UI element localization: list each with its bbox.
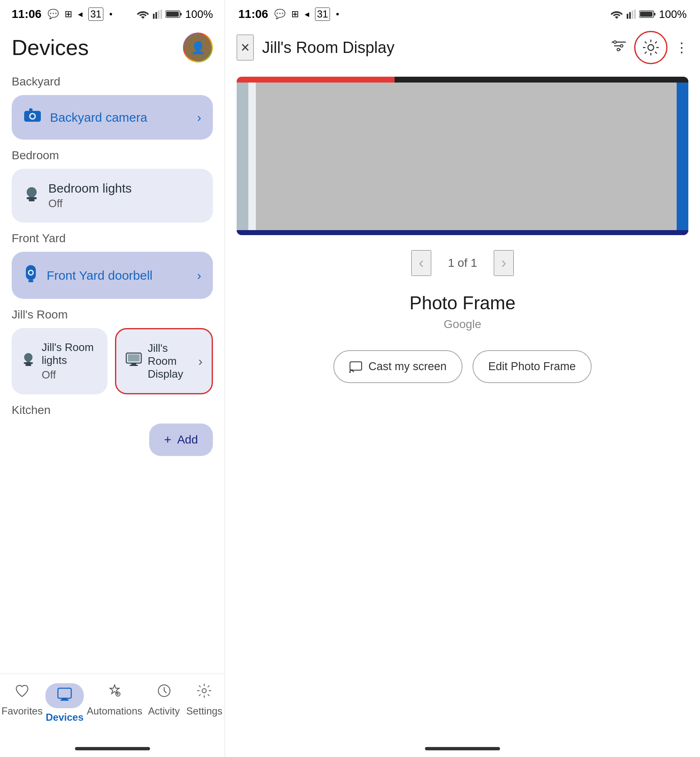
svg-point-45 <box>349 371 351 373</box>
nav-favorites[interactable]: Favorites <box>1 683 42 717</box>
jills-lights-status: Off <box>42 368 98 381</box>
section-kitchen: Kitchen <box>12 404 213 417</box>
doorbell-icon <box>23 264 38 286</box>
right-status-bar: 11:06 💬 ⊞ ◂ 31 • 100% <box>225 0 700 25</box>
svg-rect-44 <box>350 362 362 370</box>
jills-display-chevron: › <box>198 354 202 368</box>
devices-nav-bg <box>45 683 84 708</box>
device-image-bg <box>237 77 688 235</box>
svg-rect-24 <box>60 690 70 696</box>
right-time: 11:06 <box>238 8 268 21</box>
svg-rect-0 <box>153 14 155 19</box>
section-jillsroom: Jill's Room <box>12 308 213 321</box>
detail-header: × Jill's Room Display ⋮ <box>225 25 700 70</box>
cast-my-screen-button[interactable]: Cast my screen <box>333 350 462 383</box>
cast-icon <box>349 361 362 373</box>
section-frontyard: Front Yard <box>12 232 213 245</box>
svg-rect-31 <box>629 12 631 19</box>
battery-icon <box>165 10 182 18</box>
nav-automations[interactable]: Automations <box>87 683 142 717</box>
svg-rect-21 <box>131 363 136 365</box>
svg-rect-11 <box>27 197 37 199</box>
right-spacer <box>225 396 700 740</box>
favorites-label: Favorites <box>1 705 42 717</box>
frontyard-doorbell-card[interactable]: Front Yard doorbell › <box>12 252 213 299</box>
right-battery-icon <box>639 10 656 18</box>
jills-light-icon <box>21 352 36 371</box>
detail-device-name: Photo Frame <box>225 284 700 318</box>
svg-point-40 <box>614 41 616 43</box>
svg-rect-26 <box>60 699 69 701</box>
edit-photo-frame-button[interactable]: Edit Photo Frame <box>472 350 592 383</box>
svg-rect-36 <box>640 12 652 17</box>
svg-rect-17 <box>24 362 33 364</box>
backyard-camera-chevron: › <box>197 110 201 125</box>
signal-icon <box>153 10 162 19</box>
section-bedroom: Bedroom <box>12 149 213 162</box>
nav-settings[interactable]: Settings <box>185 683 223 717</box>
backyard-camera-card[interactable]: Backyard camera › <box>12 95 213 140</box>
right-battery-percent: 100% <box>659 8 687 21</box>
svg-point-29 <box>202 689 206 693</box>
prev-page-button[interactable]: ‹ <box>411 250 431 276</box>
bedroom-light-icon <box>23 185 40 206</box>
jills-display-info: Jill's Room Display <box>148 342 193 381</box>
settings-gear-button[interactable] <box>634 31 668 64</box>
jills-room-lights-card[interactable]: Jill's Room lights Off <box>12 328 108 394</box>
jills-lights-name: Jill's Room lights <box>42 341 98 367</box>
edit-photo-frame-label: Edit Photo Frame <box>488 360 576 373</box>
close-button[interactable]: × <box>237 35 254 60</box>
left-time: 11:06 <box>12 8 42 21</box>
devices-label: Devices <box>46 712 84 723</box>
more-options-button[interactable]: ⋮ <box>675 40 688 55</box>
right-dot-icon: • <box>336 9 339 20</box>
filter-icon[interactable] <box>611 39 627 56</box>
add-button[interactable]: + Add <box>149 424 213 456</box>
svg-rect-22 <box>130 365 138 366</box>
svg-point-42 <box>617 48 620 51</box>
right-calendar-icon: 31 <box>315 8 330 21</box>
left-home-indicator <box>0 740 225 757</box>
svg-point-43 <box>648 45 654 50</box>
svg-rect-32 <box>632 10 633 19</box>
jills-room-display-card[interactable]: Jill's Room Display › <box>115 328 213 394</box>
bedroom-lights-info: Bedroom lights Off <box>48 181 201 210</box>
camera-icon <box>23 108 42 127</box>
status-left: 11:06 💬 ⊞ ◂ 31 • <box>12 8 112 21</box>
nav-devices[interactable]: Devices <box>45 683 84 723</box>
frontyard-doorbell-name: Front Yard doorbell <box>47 268 189 283</box>
next-page-button[interactable]: › <box>494 250 514 276</box>
automations-label: Automations <box>87 705 142 717</box>
jills-display-name: Jill's Room Display <box>148 342 193 381</box>
detail-device-subtitle: Google <box>225 318 700 346</box>
bedroom-lights-card[interactable]: Bedroom lights Off <box>12 169 213 223</box>
messenger-icon: 💬 <box>48 9 59 20</box>
svg-rect-18 <box>25 364 31 366</box>
backyard-camera-info: Backyard camera <box>50 110 189 125</box>
svg-point-9 <box>30 114 35 118</box>
svg-rect-2 <box>158 10 160 19</box>
bottom-nav: Favorites Devices Automations Activity S… <box>0 674 225 740</box>
avatar[interactable]: 👤 <box>183 33 213 63</box>
header-icons: ⋮ <box>611 31 688 64</box>
avatar-image: 👤 <box>184 34 212 61</box>
pagination: ‹ 1 of 1 › <box>225 242 700 284</box>
navigation-icon: ◂ <box>78 9 82 20</box>
nav-activity[interactable]: Activity <box>145 683 183 717</box>
cast-my-screen-label: Cast my screen <box>368 360 447 373</box>
right-home-indicator <box>225 740 700 757</box>
svg-rect-33 <box>634 10 636 19</box>
svg-rect-1 <box>155 12 157 19</box>
svg-rect-25 <box>62 698 68 699</box>
action-buttons: Cast my screen Edit Photo Frame <box>225 346 700 396</box>
svg-rect-3 <box>160 10 162 19</box>
add-icon: + <box>164 433 172 447</box>
svg-rect-16 <box>28 280 33 282</box>
right-wifi-icon <box>610 10 623 19</box>
svg-point-15 <box>29 271 32 274</box>
svg-point-41 <box>620 45 623 47</box>
frontyard-doorbell-chevron: › <box>197 268 201 283</box>
svg-rect-12 <box>29 199 35 201</box>
right-signal-icon <box>627 10 636 19</box>
right-slack-icon: ⊞ <box>291 9 299 20</box>
